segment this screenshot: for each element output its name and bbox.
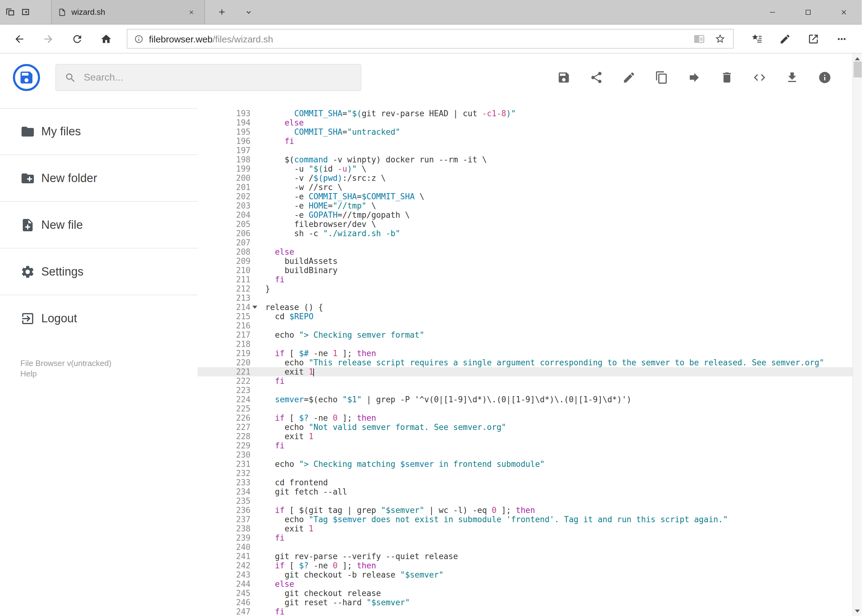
line-number: 202 xyxy=(198,192,251,201)
code-text: release () { xyxy=(251,303,323,312)
info-button[interactable] xyxy=(818,71,832,84)
address-bar-actions xyxy=(694,33,733,44)
maximize-button[interactable] xyxy=(790,0,826,24)
reading-view-icon[interactable] xyxy=(694,33,705,44)
tab-preview-toggle[interactable] xyxy=(240,0,258,24)
sidebar-item-label: Settings xyxy=(41,265,84,278)
code-line: 203 -e HOME="//tmp" \ xyxy=(198,201,853,211)
code-button[interactable] xyxy=(753,71,766,84)
code-line: 242 if [ $? -ne 0 ]; then xyxy=(198,561,853,570)
code-text: filebrowser/dev \ xyxy=(251,220,376,229)
code-text: exit 1 xyxy=(251,524,314,533)
app-version: File Browser v(untracked) xyxy=(20,358,198,368)
move-icon xyxy=(687,71,701,84)
sidebar-item-label: New file xyxy=(41,218,83,232)
code-text: semver=$(echo "$1" | grep -P '^v(0|[1-9]… xyxy=(251,395,632,404)
code-line: 215 cd $REPO xyxy=(198,312,853,321)
line-number: 235 xyxy=(198,497,251,506)
maximize-icon xyxy=(804,8,812,16)
tab-close-button[interactable] xyxy=(184,5,198,19)
line-number: 218 xyxy=(198,339,251,349)
code-text: cd frontend xyxy=(251,478,328,487)
logout-icon xyxy=(20,311,35,326)
code-line: 246 git reset --hard "$semver" xyxy=(198,598,853,607)
code-text xyxy=(251,238,265,247)
share-page-button[interactable] xyxy=(799,24,827,53)
help-link[interactable]: Help xyxy=(20,368,198,379)
share-page-icon xyxy=(807,33,819,45)
editor-pane[interactable]: 193 COMMIT_SHA="$(git rev-parse HEAD | c… xyxy=(198,102,853,616)
search-input[interactable] xyxy=(84,72,361,83)
code-text: -w //src \ xyxy=(251,183,342,192)
code-editor[interactable]: 193 COMMIT_SHA="$(git rev-parse HEAD | c… xyxy=(198,102,853,616)
chevron-down-icon xyxy=(244,8,253,16)
search-box[interactable] xyxy=(55,64,361,91)
line-number: 212 xyxy=(198,284,251,293)
code-text: cd $REPO xyxy=(251,312,314,321)
line-number: 231 xyxy=(198,459,251,469)
sidebar-item-new-folder[interactable]: New folder xyxy=(0,155,198,202)
code-text: if [ $? -ne 0 ]; then xyxy=(251,413,376,423)
code-line: 218 xyxy=(198,339,853,349)
sidebar-item-my-files[interactable]: My files xyxy=(0,108,198,155)
code-line: 196 fi xyxy=(198,137,853,146)
code-text xyxy=(251,542,265,552)
filebrowser-logo-icon xyxy=(12,63,41,92)
code-text: exit 1 xyxy=(251,367,314,376)
code-line: 200 -v /$(pwd):/src:z \ xyxy=(198,173,853,183)
set-tabs-aside-icon xyxy=(5,7,16,17)
minimize-button[interactable] xyxy=(755,0,790,24)
hub-button[interactable] xyxy=(742,24,771,53)
minimize-icon xyxy=(769,8,776,16)
rename-button[interactable] xyxy=(622,71,636,84)
forward-button[interactable] xyxy=(34,24,63,53)
code-text: -e COMMIT_SHA=$COMMIT_SHA \ xyxy=(251,192,424,201)
home-button[interactable] xyxy=(92,24,121,53)
sidebar-item-new-file[interactable]: New file xyxy=(0,202,198,248)
code-line: 201 -w //src \ xyxy=(198,183,853,192)
scroll-up-icon xyxy=(855,55,860,60)
code-text: git checkout -b release "$semver" xyxy=(251,570,443,580)
favorite-star-icon[interactable] xyxy=(715,33,726,44)
code-line: 217 echo "> Checking semver format" xyxy=(198,330,853,339)
scroll-thumb[interactable] xyxy=(854,61,862,77)
code-text: fi xyxy=(251,607,285,616)
more-button[interactable] xyxy=(827,24,856,53)
set-tabs-aside-button[interactable] xyxy=(5,7,16,17)
pen-icon xyxy=(779,33,791,45)
back-button[interactable] xyxy=(5,24,34,53)
code-text xyxy=(251,469,265,478)
code-line: 198 $(command -v winpty) docker run --rm… xyxy=(198,155,853,164)
code-text: if [ $(git tag | grep "$semver" | wc -l)… xyxy=(251,506,535,515)
folder-icon xyxy=(20,124,35,139)
line-number: 200 xyxy=(198,173,251,183)
scroll-down-button[interactable] xyxy=(853,607,862,616)
sidebar-item-settings[interactable]: Settings xyxy=(0,248,198,295)
download-button[interactable] xyxy=(785,71,799,84)
close-window-button[interactable] xyxy=(826,0,862,24)
code-text: git checkout release xyxy=(251,589,381,598)
code-line: 210 buildBinary xyxy=(198,266,853,275)
code-text: if [ $# -ne 1 ]; then xyxy=(251,349,376,358)
address-bar[interactable]: filebrowser.web/files/wizard.sh xyxy=(127,29,734,49)
web-note-button[interactable] xyxy=(771,24,799,53)
scroll-down-icon xyxy=(855,609,860,615)
copy-button[interactable] xyxy=(655,71,668,84)
scrollbar[interactable] xyxy=(853,53,862,616)
share-button[interactable] xyxy=(589,71,603,84)
tabs-you-set-aside-button[interactable] xyxy=(20,7,31,17)
line-number: 237 xyxy=(198,515,251,524)
delete-button[interactable] xyxy=(720,71,734,84)
fold-marker-icon[interactable] xyxy=(252,306,257,311)
tab-wizard-sh[interactable]: wizard.sh xyxy=(51,0,205,24)
text-cursor xyxy=(314,368,314,376)
code-line: 199 -u "$(id -u)" \ xyxy=(198,164,853,173)
code-line: 207 xyxy=(198,238,853,247)
line-number: 234 xyxy=(198,487,251,497)
sidebar-item-logout[interactable]: Logout xyxy=(0,295,198,342)
move-button[interactable] xyxy=(687,71,701,84)
save-button[interactable] xyxy=(557,71,570,84)
refresh-button[interactable] xyxy=(63,24,92,53)
code-text: echo "Tag $semver does not exist in subm… xyxy=(251,515,728,524)
new-tab-button[interactable] xyxy=(212,0,231,24)
